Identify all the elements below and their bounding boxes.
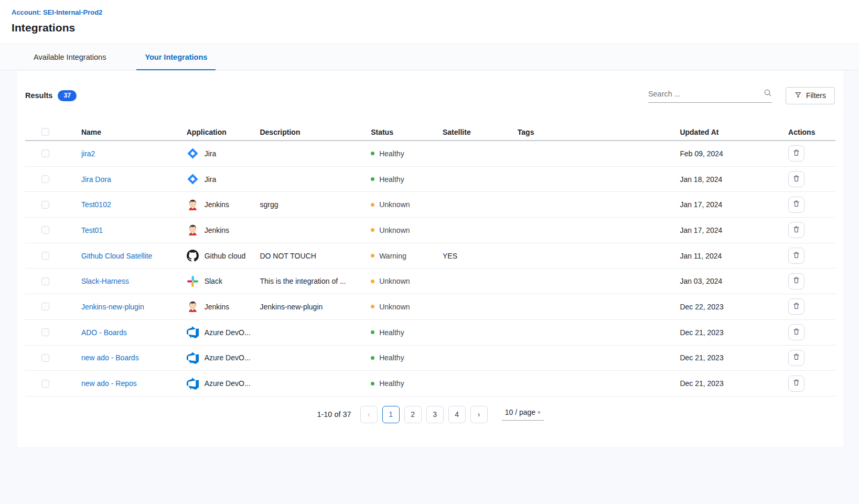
integration-name-link[interactable]: ADO - Boards [81, 328, 127, 337]
status-dot [371, 177, 374, 181]
status-label: Unknown [379, 226, 410, 234]
row-checkbox[interactable] [41, 201, 49, 209]
integrations-table: Name Application Description Status Sate… [25, 124, 835, 396]
funnel-icon [794, 91, 802, 100]
row-checkbox[interactable] [41, 328, 49, 336]
select-all-checkbox[interactable] [41, 128, 49, 136]
application-label: Jira [205, 175, 217, 184]
delete-button[interactable] [788, 324, 804, 340]
trash-icon [792, 149, 800, 158]
account-breadcrumb-link[interactable]: Account: SEI-Internal-Prod2 [12, 8, 102, 16]
status-dot [371, 203, 374, 207]
jenkins-icon [187, 224, 199, 236]
row-checkbox[interactable] [41, 149, 49, 157]
pagination-page-3[interactable]: 3 [426, 406, 444, 423]
integration-name-link[interactable]: jira2 [81, 149, 95, 158]
tab-bar: Available Integrations Your Integrations [0, 44, 859, 70]
column-header-updated-at: Updated At [680, 128, 788, 136]
trash-icon [792, 200, 800, 209]
updated-at-value: Jan 17, 2024 [680, 226, 788, 234]
updated-at-value: Jan 03, 2024 [680, 277, 788, 285]
azuredevops-icon [187, 326, 199, 338]
tab-your-integrations[interactable]: Your Integrations [136, 44, 216, 70]
trash-icon [792, 251, 800, 261]
column-header-status: Status [371, 128, 443, 136]
delete-button[interactable] [788, 222, 804, 238]
page-size-select[interactable]: 10 / page ▾ [502, 408, 544, 421]
status-label: Healthy [379, 149, 404, 158]
trash-icon [792, 175, 800, 184]
table-row: new ado - Repos Azure DevO... Healthy De… [25, 371, 835, 396]
trash-icon [792, 226, 800, 235]
search-input[interactable] [648, 90, 764, 98]
page-title: Integrations [12, 22, 859, 34]
pagination-page-1[interactable]: 1 [382, 406, 400, 423]
status-label: Unknown [379, 303, 410, 311]
delete-button[interactable] [788, 197, 804, 213]
integration-name-link[interactable]: Slack-Harness [81, 277, 129, 285]
azuredevops-icon [187, 352, 199, 364]
updated-at-value: Jan 17, 2024 [680, 200, 788, 209]
status-dot [371, 305, 374, 308]
results-label: Results [25, 91, 52, 100]
row-checkbox[interactable] [41, 303, 49, 310]
delete-button[interactable] [788, 350, 804, 366]
updated-at-value: Dec 21, 2023 [680, 353, 788, 362]
content-card: Results 37 Filters Name Application Desc… [17, 71, 843, 447]
jenkins-icon [187, 199, 199, 211]
integration-name-link[interactable]: Test0102 [81, 200, 111, 209]
application-label: Jenkins [205, 226, 229, 234]
trash-icon [792, 328, 800, 337]
page-header: Account: SEI-Internal-Prod2 Integrations [0, 0, 859, 44]
delete-button[interactable] [788, 171, 804, 187]
results-count-badge: 37 [58, 90, 77, 101]
table-row: Slack-Harness Slack This is the integrat… [25, 269, 835, 294]
row-checkbox[interactable] [41, 354, 49, 362]
integration-name-link[interactable]: new ado - Boards [81, 353, 139, 362]
toolbar: Results 37 Filters [17, 71, 843, 104]
pagination-prev-button[interactable]: ‹ [360, 406, 378, 423]
row-checkbox[interactable] [41, 175, 49, 183]
search-icon [764, 89, 772, 99]
table-row: ADO - Boards Azure DevO... Healthy Dec 2… [25, 320, 835, 346]
description-text: DO NOT TOUCH [260, 252, 371, 260]
jira-icon [187, 173, 199, 185]
updated-at-value: Feb 09, 2024 [680, 149, 788, 158]
pagination-next-button[interactable]: › [470, 406, 488, 423]
tab-available-integrations[interactable]: Available Integrations [25, 44, 114, 70]
trash-icon [792, 276, 800, 286]
table-row: jira2 Jira Healthy Feb 09, 2024 [25, 141, 835, 167]
row-checkbox[interactable] [41, 277, 49, 285]
pagination-page-2[interactable]: 2 [404, 406, 422, 423]
row-checkbox[interactable] [41, 252, 49, 260]
delete-button[interactable] [788, 145, 804, 162]
status-label: Unknown [379, 277, 410, 285]
status-label: Healthy [379, 379, 404, 388]
table-row: Github Cloud Satellite Github cloud DO N… [25, 243, 835, 269]
integration-name-link[interactable]: Jira Dora [81, 175, 111, 184]
integration-name-link[interactable]: Jenkins-new-plugin [81, 303, 144, 311]
delete-button[interactable] [788, 273, 804, 289]
integration-name-link[interactable]: Github Cloud Satellite [81, 252, 152, 260]
updated-at-value: Dec 21, 2023 [680, 328, 788, 337]
delete-button[interactable] [788, 298, 804, 315]
delete-button[interactable] [788, 376, 804, 392]
description-text: sgrgg [260, 200, 371, 209]
delete-button[interactable] [788, 248, 804, 264]
integration-name-link[interactable]: new ado - Repos [81, 379, 137, 388]
integration-name-link[interactable]: Test01 [81, 226, 103, 234]
pagination-page-4[interactable]: 4 [448, 406, 466, 423]
application-label: Azure DevO... [205, 328, 251, 337]
table-row: new ado - Boards Azure DevO... Healthy D… [25, 346, 835, 371]
updated-at-value: Jan 18, 2024 [680, 175, 788, 184]
row-checkbox[interactable] [41, 226, 49, 234]
pagination-range-label: 1-10 of 37 [317, 410, 351, 419]
application-label: Slack [205, 277, 222, 285]
row-checkbox[interactable] [41, 380, 49, 388]
filters-button[interactable]: Filters [786, 87, 835, 104]
updated-at-value: Jan 11, 2024 [680, 252, 788, 260]
updated-at-value: Dec 22, 2023 [680, 303, 788, 311]
column-header-application: Application [187, 128, 260, 136]
application-label: Github cloud [205, 252, 246, 260]
status-label: Unknown [379, 200, 410, 209]
